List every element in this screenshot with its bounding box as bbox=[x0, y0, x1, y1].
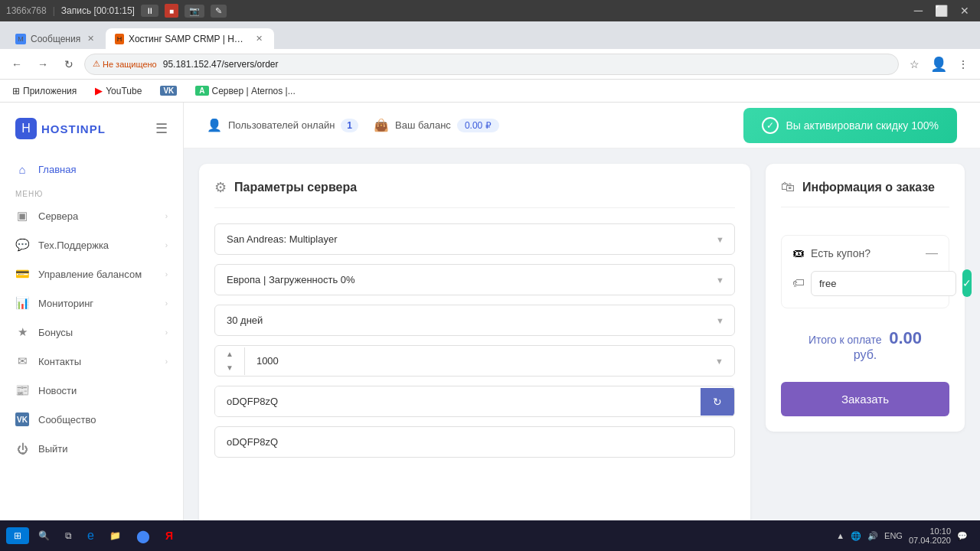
sidebar-item-balance[interactable]: 💳 Управление балансом › bbox=[0, 259, 183, 289]
bookmark-apps[interactable]: ⊞ Приложения bbox=[8, 83, 81, 99]
coupon-toggle-btn[interactable]: — bbox=[926, 246, 938, 260]
url-text: 95.181.152.47/servers/order bbox=[163, 59, 279, 70]
toolbar-actions: ☆ 👤 ⋮ bbox=[903, 54, 974, 75]
menu-btn[interactable]: ⋮ bbox=[952, 54, 974, 75]
contacts-icon: ✉ bbox=[15, 354, 29, 368]
tray-arrow[interactable]: ▲ bbox=[836, 531, 844, 540]
servers-icon: ▣ bbox=[15, 209, 29, 223]
period-select[interactable]: 30 дней bbox=[214, 305, 735, 336]
slots-dropdown-icon[interactable]: ▼ bbox=[704, 357, 734, 366]
bookmarks-bar: ⊞ Приложения ▶ YouTube VK A Сервер | Ate… bbox=[0, 80, 980, 103]
location-select[interactable]: Европа | Загруженность 0% bbox=[214, 264, 735, 295]
windows-icon: ⊞ bbox=[14, 530, 21, 541]
start-button[interactable]: ⊞ bbox=[6, 527, 29, 544]
order-card-title: Информация о заказе bbox=[802, 181, 935, 194]
game-select-wrap: San Andreas: Multiplayer ▼ bbox=[214, 223, 735, 255]
taskbar-explorer[interactable]: 📁 bbox=[103, 528, 127, 543]
coupon-input-icon: 🏷 bbox=[792, 276, 805, 290]
tab-favicon-messages: M bbox=[15, 34, 26, 44]
sidebar-label-news: Новости bbox=[38, 385, 77, 396]
taskbar-chrome[interactable]: ⬤ bbox=[130, 527, 156, 546]
taskbar: ⊞ 🔍 ⧉ e 📁 ⬤ Я ▲ 🌐 🔊 ENG 10:10 07.04.2020… bbox=[0, 520, 980, 551]
bookmark-btn[interactable]: ☆ bbox=[903, 54, 925, 75]
sidebar-label-bonuses: Бонусы bbox=[38, 327, 73, 338]
sidebar-item-contacts[interactable]: ✉ Контакты › bbox=[0, 347, 183, 376]
forward-btn[interactable]: → bbox=[32, 54, 54, 75]
order-info-card: 🛍 Информация о заказе 🎟 Есть купон? — 🏷 bbox=[766, 164, 965, 432]
token-confirm-input[interactable] bbox=[214, 426, 735, 458]
taskbar-task-view[interactable]: ⧉ bbox=[59, 528, 78, 543]
menu-toggle-icon[interactable]: ☰ bbox=[155, 120, 168, 137]
sidebar-item-servers[interactable]: ▣ Сервера › bbox=[0, 201, 183, 230]
discount-text: Вы активировали скидку 100% bbox=[786, 119, 939, 132]
bookmark-youtube[interactable]: ▶ YouTube bbox=[90, 83, 146, 99]
camera-btn[interactable]: 📷 bbox=[185, 5, 204, 18]
sidebar-item-news[interactable]: 📰 Новости bbox=[0, 376, 183, 405]
game-select[interactable]: San Andreas: Multiplayer bbox=[214, 223, 735, 255]
tab-messages[interactable]: M Сообщения ✕ bbox=[6, 28, 106, 49]
volume-icon[interactable]: 🔊 bbox=[867, 531, 878, 541]
users-icon: 👤 bbox=[207, 118, 222, 132]
minimize-btn[interactable]: ─ bbox=[910, 4, 927, 18]
taskbar-edge[interactable]: e bbox=[81, 527, 100, 545]
sidebar-label-monitoring: Мониторинг bbox=[38, 298, 93, 309]
balance-wallet-icon: 👜 bbox=[374, 118, 389, 132]
sidebar-item-bonuses[interactable]: ★ Бонусы › bbox=[0, 318, 183, 347]
sidebar-item-home[interactable]: ⌂ Главная bbox=[0, 155, 183, 184]
yandex-icon: Я bbox=[165, 530, 173, 542]
notification-icon[interactable]: 💬 bbox=[957, 531, 968, 541]
token-input[interactable] bbox=[215, 386, 701, 416]
taskbar-yandex[interactable]: Я bbox=[159, 527, 179, 544]
total-currency: руб. bbox=[781, 348, 949, 362]
sidebar-nav: ⌂ Главная МЕНЮ ▣ Сервера › 💬 Тех.Поддерж… bbox=[0, 147, 183, 551]
sidebar-item-monitoring[interactable]: 📊 Мониторинг › bbox=[0, 289, 183, 318]
server-card-title: Параметры сервера bbox=[234, 181, 357, 194]
sidebar-item-logout[interactable]: ⏻ Выйти bbox=[0, 434, 183, 463]
bookmark-aternos[interactable]: A Сервер | Aternos |... bbox=[191, 83, 299, 99]
tab-close-messages[interactable]: ✕ bbox=[85, 33, 96, 44]
users-count-badge: 1 bbox=[341, 119, 358, 132]
topbar: 👤 Пользователей онлайн 1 👜 Ваш баланс 0.… bbox=[184, 103, 980, 148]
total-section: Итого к оплате 0.00 руб. bbox=[781, 321, 949, 370]
address-bar[interactable]: ⚠ Не защищено 95.181.152.47/servers/orde… bbox=[84, 54, 899, 75]
slots-input[interactable] bbox=[245, 346, 704, 376]
title-bar: 1366x768 | Запись [00:01:15] ⏸ ■ 📷 ✎ ─ ⬜… bbox=[0, 0, 980, 21]
slots-up-btn[interactable]: ▲ bbox=[223, 347, 237, 361]
warning-icon: ⚠ bbox=[93, 59, 100, 69]
sidebar-item-support[interactable]: 💬 Тех.Поддержка › bbox=[0, 230, 183, 259]
logo-text: HOSTINPL bbox=[41, 122, 106, 135]
edit-btn[interactable]: ✎ bbox=[211, 5, 227, 18]
confirm-check-icon: ✓ bbox=[962, 277, 972, 289]
account-btn[interactable]: 👤 bbox=[928, 54, 949, 75]
sidebar-item-community[interactable]: VK Сообщество bbox=[0, 405, 183, 434]
home-icon: ⌂ bbox=[15, 162, 29, 176]
security-warning: ⚠ Не защищено bbox=[93, 59, 157, 69]
pause-btn[interactable]: ⏸ bbox=[141, 5, 158, 17]
close-btn[interactable]: ✕ bbox=[956, 5, 974, 17]
lang-label: ENG bbox=[884, 531, 903, 540]
discount-banner[interactable]: ✓ Вы активировали скидку 100% bbox=[743, 108, 957, 143]
total-label: Итого к оплате 0.00 bbox=[781, 328, 949, 348]
coupon-input[interactable] bbox=[811, 271, 956, 296]
back-btn[interactable]: ← bbox=[6, 54, 28, 75]
order-button[interactable]: Заказать bbox=[781, 382, 949, 416]
bookmark-vk[interactable]: VK bbox=[155, 83, 181, 98]
taskbar-date: 07.04.2020 bbox=[909, 536, 951, 545]
token-refresh-btn[interactable]: ↻ bbox=[701, 388, 734, 416]
search-icon: 🔍 bbox=[38, 530, 50, 541]
taskbar-clock: 10:10 07.04.2020 bbox=[909, 527, 951, 545]
refresh-icon: ↻ bbox=[713, 396, 722, 408]
taskbar-search[interactable]: 🔍 bbox=[32, 528, 56, 543]
aternos-label: Сервер | Aternos |... bbox=[212, 86, 296, 96]
reload-btn[interactable]: ↻ bbox=[58, 54, 80, 75]
tab-hosting[interactable]: H Хостинг SAMP CRMP | HOSTIN... ✕ bbox=[106, 28, 274, 49]
coupon-confirm-btn[interactable]: ✓ bbox=[962, 269, 972, 297]
tab-close-hosting[interactable]: ✕ bbox=[253, 33, 265, 44]
slots-down-btn[interactable]: ▼ bbox=[223, 361, 237, 375]
servers-arrow-icon: › bbox=[165, 212, 168, 220]
maximize-btn[interactable]: ⬜ bbox=[930, 5, 952, 17]
support-icon: 💬 bbox=[15, 238, 29, 252]
total-amount: 0.00 bbox=[889, 328, 922, 347]
stop-btn[interactable]: ■ bbox=[165, 4, 178, 18]
total-label-text: Итого к оплате bbox=[808, 334, 882, 346]
